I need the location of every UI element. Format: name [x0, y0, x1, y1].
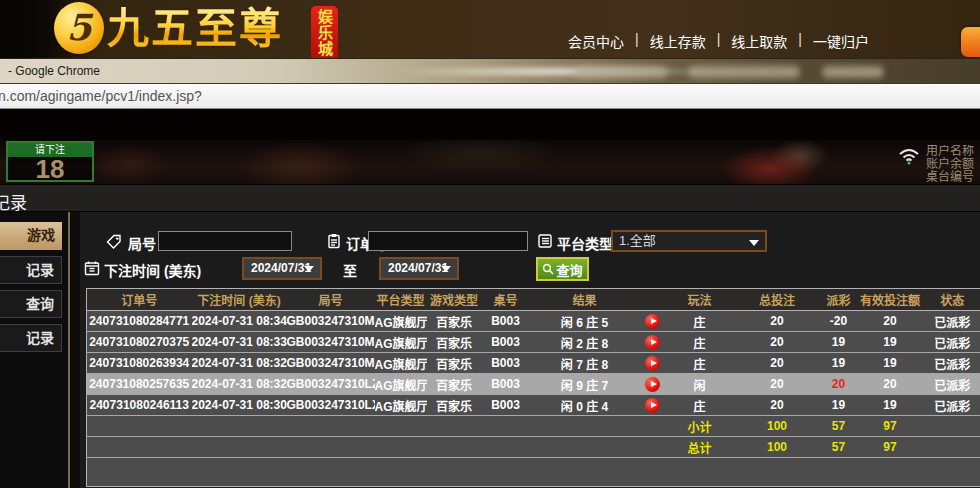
sidebar-item-records2[interactable]: 记录 [0, 324, 62, 352]
live-game-banner: 请下注 18 用户名称 账户余额 桌台编号 [0, 140, 980, 184]
cell-empty [530, 437, 640, 458]
replay-icon[interactable] [645, 398, 660, 413]
date-to-value: 2024/07/31 [388, 261, 448, 275]
replay-icon[interactable] [645, 335, 660, 350]
wifi-icon [898, 147, 920, 169]
cell-status: 已派彩 [923, 395, 980, 416]
cell-empty [923, 437, 980, 458]
cell-table-no: B003 [482, 332, 530, 353]
sidebar-divider [68, 212, 70, 488]
order-no-input[interactable] [368, 231, 528, 251]
nav-online-deposit[interactable]: 线上存款 [650, 31, 706, 51]
grand-total-row-label: 总计 [665, 437, 735, 458]
dropdown-arrow-icon [749, 240, 759, 246]
cell-payout: 20 [820, 374, 858, 395]
cell-round: GB003247310M1 [287, 332, 375, 353]
date-to-select[interactable]: 2024/07/31 [379, 257, 459, 280]
cell-empty [482, 416, 530, 437]
cell-round: GB003247310LZ [287, 374, 375, 395]
sidebar-item-records[interactable]: 记录 [0, 256, 62, 284]
cell-valid-bet: 19 [858, 395, 923, 416]
top-nav: 会员中心 | 线上存款 | 线上取款 | 一键归户 [568, 31, 869, 51]
cell-status: 已派彩 [923, 311, 980, 332]
round-no-input[interactable] [158, 231, 292, 251]
cell-empty [192, 437, 287, 458]
table-filler-row [87, 458, 980, 487]
cell-empty [923, 416, 980, 437]
search-button[interactable]: 查询 [536, 257, 589, 281]
cell-payout: 19 [820, 332, 858, 353]
nav-one-key-transfer[interactable]: 一键归户 [813, 31, 869, 51]
grand-total-row-total-bet: 100 [735, 437, 820, 458]
window-titlebar[interactable]: - Google Chrome [0, 58, 980, 84]
cell-empty [482, 437, 530, 458]
cell-platform: AG旗舰厅 [375, 353, 427, 374]
sidebar-item-query[interactable]: 查询 [0, 290, 62, 318]
cell-play: 闲 [665, 374, 735, 395]
col-game-type: 游戏类型 [427, 289, 482, 311]
dropdown-arrow-icon [304, 266, 314, 272]
cell-bet-time: 2024-07-31 08:30:59 [192, 395, 287, 416]
cell-valid-bet: 20 [858, 311, 923, 332]
replay-icon[interactable] [645, 356, 660, 371]
address-bar[interactable]: n.com/agingame/pcv1/index.jsp? [0, 84, 980, 109]
cell-empty [375, 416, 427, 437]
cell-order-id: 240731080270375 [87, 332, 192, 353]
cell-play: 庄 [665, 395, 735, 416]
cell-total-bet: 20 [735, 311, 820, 332]
cell-payout: 19 [820, 395, 858, 416]
grand-total-row-payout: 57 [820, 437, 858, 458]
cell-total-bet: 20 [735, 395, 820, 416]
nav-online-withdraw[interactable]: 线上取款 [731, 31, 787, 51]
table-row[interactable]: 2407310802703752024-07-31 08:33:13GB0032… [87, 332, 980, 353]
table-row[interactable]: 2407310802847712024-07-31 08:34:30GB0032… [87, 311, 980, 332]
records-table: 订单号 下注时间 (美东) 局号 平台类型 游戏类型 桌号 结果 玩法 总投注 … [86, 288, 980, 487]
table-row[interactable]: 2407310802576352024-07-31 08:32:04GB0032… [87, 374, 980, 395]
cell-play: 庄 [665, 353, 735, 374]
col-platform: 平台类型 [375, 289, 427, 311]
platform-type-select[interactable]: 1.全部 [611, 230, 767, 252]
dropdown-arrow-icon [441, 266, 451, 272]
cell-empty [87, 416, 192, 437]
grand-total-row-valid-bet: 97 [858, 437, 923, 458]
date-to-label: 至 [343, 260, 357, 280]
platform-type-label: 平台类型 [557, 233, 613, 253]
col-play: 玩法 [665, 289, 735, 311]
cell-platform: AG旗舰厅 [375, 395, 427, 416]
search-icon [542, 263, 554, 275]
sidebar-item-games[interactable]: 游戏 [0, 222, 62, 250]
tag-icon [106, 234, 122, 250]
cell-order-id: 240731080246113 [87, 395, 192, 416]
cell-order-id: 240731080284771 [87, 311, 192, 332]
bet-countdown: 18 [8, 157, 92, 180]
cell-empty [287, 437, 375, 458]
date-from-value: 2024/07/31 [251, 261, 311, 275]
calendar-icon [84, 260, 100, 276]
date-from-select[interactable]: 2024/07/31 [242, 257, 322, 280]
site-header: 5 九五至尊 娱乐城 会员中心 | 线上存款 | 线上取款 | 一键归户 [0, 0, 980, 58]
col-bet-time: 下注时间 (美东) [192, 289, 287, 311]
cell-empty [287, 416, 375, 437]
replay-icon[interactable] [645, 377, 660, 392]
side-panel-button[interactable] [961, 27, 980, 57]
cell-empty [192, 416, 287, 437]
records-tbody: 2407310802847712024-07-31 08:34:30GB0032… [87, 311, 980, 487]
cell-empty [427, 437, 482, 458]
cell-table-no: B003 [482, 311, 530, 332]
cell-game-type: 百家乐 [427, 353, 482, 374]
table-row[interactable]: 2407310802461132024-07-31 08:30:59GB0032… [87, 395, 980, 416]
nav-member-center[interactable]: 会员中心 [568, 31, 624, 51]
table-row[interactable]: 2407310802639342024-07-31 08:32:38GB0032… [87, 353, 980, 374]
subtotal-row-payout: 57 [820, 416, 858, 437]
cell-bet-time: 2024-07-31 08:32:04 [192, 374, 287, 395]
nav-separator: | [798, 31, 802, 51]
blurred-user-info [688, 66, 800, 78]
replay-icon[interactable] [645, 314, 660, 329]
cell-replay [640, 353, 665, 374]
cell-status: 已派彩 [923, 332, 980, 353]
round-no-label: 局号 [128, 233, 156, 253]
cell-round: GB003247310LX [287, 395, 375, 416]
page-title: 记录 [0, 189, 27, 212]
cell-replay [640, 332, 665, 353]
cell-empty [530, 416, 640, 437]
